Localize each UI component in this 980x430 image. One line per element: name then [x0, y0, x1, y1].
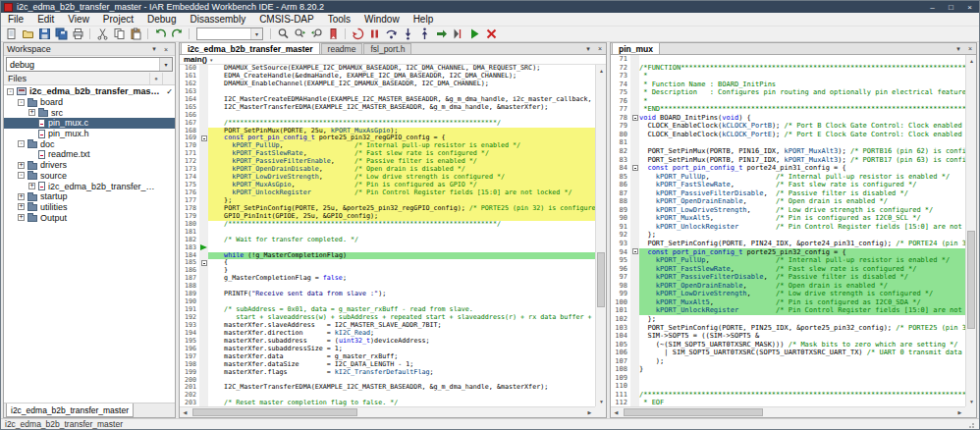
- editor-margin[interactable]: [199, 275, 208, 283]
- editor-margin[interactable]: [630, 181, 639, 189]
- bookmark-toggle-button[interactable]: [325, 27, 341, 41]
- code-line-73[interactable]: 73 *: [611, 72, 965, 81]
- scroll-up-icon[interactable]: ▲: [966, 55, 977, 66]
- code-line-196[interactable]: 196 masterXfer.subaddressSize = 1;: [180, 346, 595, 353]
- editor-margin[interactable]: [199, 306, 208, 314]
- tab-readme[interactable]: readme: [321, 43, 363, 54]
- code-line-203[interactable]: 203 /* Reset master completion flag to f…: [180, 400, 595, 406]
- editor-margin[interactable]: [199, 158, 208, 166]
- editor-margin[interactable]: [630, 240, 639, 248]
- editor-margin[interactable]: [199, 142, 208, 150]
- collapse-box-icon[interactable]: -: [7, 88, 14, 95]
- editor-margin[interactable]: [630, 147, 639, 156]
- code-line-195[interactable]: 195 masterXfer.subaddress = (uint32_t)de…: [180, 338, 595, 346]
- menu-item-file[interactable]: File: [1, 13, 30, 26]
- function-scope-bar[interactable]: main() ▾: [180, 55, 606, 65]
- code-line-201[interactable]: 201 I2C_MasterTransferEDMA(EXAMPLE_I2C_M…: [180, 384, 595, 392]
- collapse-box-icon[interactable]: -: [18, 172, 25, 179]
- editor-margin[interactable]: [630, 138, 639, 147]
- code-line-106[interactable]: 106 | SIM_SOPT5_UART0TXSRC(SOPT5_UART0TX…: [611, 349, 965, 357]
- editor-margin[interactable]: [199, 182, 208, 189]
- editor-margin[interactable]: [630, 189, 639, 198]
- editor-margin[interactable]: [199, 134, 208, 142]
- editor-margin[interactable]: [199, 237, 208, 244]
- code-line-109[interactable]: 109: [611, 374, 965, 383]
- horizontal-scrollbar-thumb[interactable]: [624, 408, 763, 416]
- code-line-172[interactable]: 172 kPORT_PassiveFilterEnable, /* Passiv…: [180, 158, 595, 166]
- fold-icon[interactable]: [632, 165, 638, 171]
- scroll-down-icon[interactable]: ▼: [966, 396, 977, 406]
- code-line-199[interactable]: 199 masterXfer.flags = kI2C_TransferDefa…: [180, 369, 595, 377]
- editor-margin[interactable]: [630, 256, 639, 265]
- editor-margin[interactable]: [199, 338, 208, 346]
- code-line-175[interactable]: 175 kPORT_MuxAsGpio, /* Pin is configure…: [180, 182, 595, 189]
- editor-margin[interactable]: [630, 324, 639, 333]
- run-to-cursor-button[interactable]: [450, 27, 465, 41]
- panel-close-icon[interactable]: ×: [160, 46, 172, 53]
- editor-margin[interactable]: [630, 64, 639, 73]
- code-line-87[interactable]: 87 kPORT_PassiveFilterDisable, /* Passiv…: [611, 189, 965, 198]
- editor-margin[interactable]: [630, 341, 639, 349]
- cut-button[interactable]: [94, 27, 110, 41]
- code-line-165[interactable]: 165 I2C_MasterTransferEDMA(EXAMPLE_I2C_M…: [180, 104, 595, 112]
- editor-margin[interactable]: [630, 131, 639, 139]
- menu-item-edit[interactable]: Edit: [30, 13, 61, 26]
- expand-box-icon[interactable]: +: [18, 193, 25, 200]
- scroll-left-icon[interactable]: ◀: [611, 407, 622, 418]
- expand-box-icon[interactable]: +: [18, 203, 25, 210]
- editor-margin[interactable]: [630, 349, 639, 357]
- code-line-98[interactable]: 98 kPORT_OpenDrainEnable, /* Open drain …: [611, 282, 965, 291]
- code-line-72[interactable]: 72/*FUNCTION****************************…: [611, 64, 965, 73]
- scroll-right-icon[interactable]: ▶: [954, 407, 965, 418]
- code-line-84[interactable]: 84 const port_pin_config_t porte24_pin31…: [611, 164, 965, 173]
- chevron-down-icon[interactable]: ▾: [159, 58, 172, 71]
- tab-fsl-port-h[interactable]: fsl_port.h: [363, 43, 411, 54]
- tree-item-source[interactable]: -source: [4, 171, 175, 182]
- editor-margin[interactable]: [630, 164, 639, 173]
- collapse-box-icon[interactable]: -: [18, 99, 25, 106]
- tree-item-drivers[interactable]: +drivers: [4, 160, 175, 171]
- code-line-105[interactable]: 105 (~(SIM_SOPT5_UART0TXSRC_MASK))) /* M…: [611, 341, 965, 349]
- undo-button[interactable]: [152, 27, 168, 41]
- editor-margin[interactable]: [199, 150, 208, 158]
- editor-margin[interactable]: [199, 259, 208, 267]
- code-line-186[interactable]: 186 }: [180, 267, 595, 275]
- code-line-103[interactable]: 103 PORT_SetPinConfig(PORTE, PIN25_IDX, …: [611, 324, 965, 333]
- scroll-left-icon[interactable]: ◀: [180, 407, 191, 418]
- code-line-101[interactable]: 101 kPORT_UnlockRegister /* Pin Control …: [611, 306, 965, 315]
- code-line-189[interactable]: 189 PRINTF("Receive sent data from slave…: [180, 291, 595, 298]
- tree-item-board[interactable]: -board: [4, 97, 175, 108]
- code-line-173[interactable]: 173 kPORT_OpenDrainDisable, /* Open drai…: [180, 166, 595, 174]
- menu-item-cmsis-dap[interactable]: CMSIS-DAP: [252, 13, 321, 26]
- editor-margin[interactable]: [199, 369, 208, 377]
- code-line-77[interactable]: 77 *END*********************************…: [611, 105, 965, 114]
- editor-margin[interactable]: [630, 81, 639, 89]
- code-line-193[interactable]: 193 masterXfer.slaveAddress = I2C_MASTER…: [180, 322, 595, 330]
- code-line-97[interactable]: 97 kPORT_PassiveFilterDisable, /* Passiv…: [611, 273, 965, 282]
- editor-margin[interactable]: [630, 156, 639, 165]
- editor-margin[interactable]: [630, 298, 639, 307]
- code-line-110[interactable]: 110: [611, 382, 965, 391]
- editor-margin[interactable]: [199, 128, 208, 135]
- editor-margin[interactable]: [199, 88, 208, 96]
- code-line-178[interactable]: 178 PORT_SetPinConfig(PORTE, 25u, &porte…: [180, 205, 595, 213]
- editor-margin[interactable]: [630, 114, 639, 123]
- copy-button[interactable]: [111, 27, 127, 41]
- vertical-scrollbar[interactable]: ▲ ▼: [965, 55, 976, 406]
- fold-icon[interactable]: [632, 115, 638, 121]
- code-line-161[interactable]: 161 EDMA_CreateHandle(&edmaHandle, EXAMP…: [180, 73, 595, 81]
- code-line-100[interactable]: 100 kPORT_MuxAlt5, /* Pin is configured …: [611, 298, 965, 307]
- new-file-button[interactable]: [3, 27, 19, 41]
- code-line-200[interactable]: 200: [180, 377, 595, 385]
- scroll-down-icon[interactable]: ▼: [596, 396, 607, 406]
- code-line-167[interactable]: 167 /***********************************…: [180, 120, 595, 128]
- workspace-project-tab[interactable]: i2c_edma_b2b_transfer_master: [6, 403, 134, 417]
- editor-margin[interactable]: [630, 206, 639, 215]
- reset-button[interactable]: [350, 27, 365, 41]
- editor-margin[interactable]: [630, 231, 639, 240]
- menu-item-tools[interactable]: Tools: [321, 13, 357, 26]
- editor-margin[interactable]: [630, 105, 639, 114]
- code-view-left[interactable]: 160 DMAMUX_SetSource(EXAMPLE_I2C_DMAMUX_…: [180, 65, 595, 406]
- code-line-95[interactable]: 95 kPORT_PullUp, /* Internal pull-up res…: [611, 256, 965, 265]
- resize-grip[interactable]: [966, 420, 975, 429]
